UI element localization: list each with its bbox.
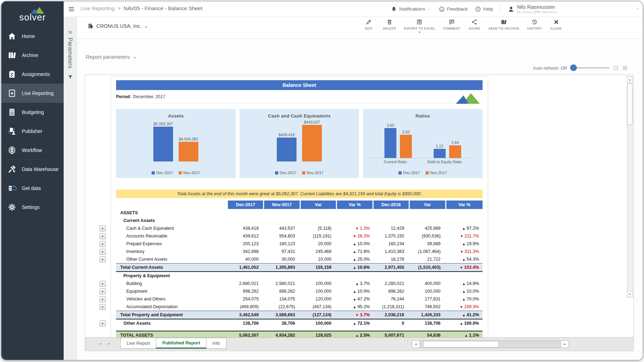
table-row: Current Assets <box>116 217 483 224</box>
history-button[interactable]: HISTORY <box>527 19 542 33</box>
vertical-scrollbar[interactable]: ▲ ▼ <box>627 76 633 298</box>
expand-row-button[interactable]: + <box>100 288 106 294</box>
column-header[interactable]: Var % <box>337 201 373 209</box>
sidebar-item-data-warehouse[interactable]: Data Warehouse <box>1 160 64 179</box>
variance-percent-cell: ▲10.0% <box>337 289 373 294</box>
sidebar-item-home[interactable]: Home <box>1 27 64 46</box>
hamburger-menu-icon[interactable] <box>68 6 75 13</box>
scroll-left-button[interactable]: ◄ <box>412 341 420 348</box>
bar-wrapper: 1.54 <box>449 119 461 158</box>
balance-sheet-table: Dec-2017Nov-2017VarVar %Dec-2016VarVar %… <box>116 201 483 340</box>
sidebar-item-assignments[interactable]: Assignments <box>1 65 64 84</box>
sidebar-item-budgeting[interactable]: Budgeting <box>1 103 64 122</box>
variance-percent-value: 14.9% <box>467 281 479 286</box>
column-header[interactable]: Var <box>301 201 337 209</box>
expand-row-button[interactable]: + <box>100 281 106 287</box>
help-button[interactable]: ? Help <box>475 6 493 12</box>
triangle-up-icon: ▲ <box>353 305 356 309</box>
get-data-icon <box>7 184 17 193</box>
horizontal-scroll-track[interactable] <box>420 341 561 348</box>
filter-funnel-icon[interactable] <box>68 74 73 80</box>
variance-percent-value: 103.4% <box>464 265 479 270</box>
horizontal-scrollbar[interactable]: ◄ ► <box>412 341 569 348</box>
tab-published-report[interactable]: Published Report <box>156 338 206 349</box>
expand-row-button[interactable]: + <box>100 304 106 310</box>
toolbar-button-label: COMMENT <box>443 27 460 30</box>
column-header[interactable]: Var % <box>446 201 483 209</box>
value-cell: 5,007,671 <box>374 333 410 338</box>
grid-view-icon[interactable] <box>622 65 628 71</box>
user-menu[interactable]: Nils Rasmussen 21_Hybrid_ERP_Reporting <box>508 4 557 14</box>
row-label: TOTAL ASSETS <box>116 333 228 338</box>
tab-info[interactable]: Info <box>206 338 227 349</box>
collapse-topbar-chevron-icon[interactable] <box>635 6 640 11</box>
tab-scroll-left-icon[interactable]: ◄ <box>98 342 102 345</box>
auto-refresh-slider[interactable] <box>570 67 610 69</box>
export-to-excel-button[interactable]: EXPORT TO EXCEL▼ <box>404 19 435 33</box>
close-icon <box>553 19 560 25</box>
vertical-scroll-track[interactable] <box>627 83 632 291</box>
expand-row-button[interactable]: + <box>100 256 106 262</box>
feedback-button[interactable]: Feedback <box>439 6 468 12</box>
variance-percent-cell: ▼311.3% <box>446 249 483 254</box>
row-label: Building <box>116 281 228 286</box>
breadcrumb-section[interactable]: Live Reporting <box>81 5 115 11</box>
tab-scroll-right-icon[interactable]: ► <box>108 342 111 345</box>
sidebar-item-publisher[interactable]: Publisher <box>1 122 64 141</box>
vertical-scroll-thumb[interactable] <box>627 84 632 125</box>
splitter-handle[interactable]: ⋮ <box>406 341 409 342</box>
notifications-button[interactable]: Notifications <box>391 6 432 12</box>
value-cell: 10,000 <box>301 257 337 262</box>
variance-percent-cell: ▲10.0% <box>337 241 373 246</box>
sidebar-item-get-data[interactable]: Get data <box>1 179 64 198</box>
triangle-up-icon: ▲ <box>353 297 356 301</box>
sidebar-item-settings[interactable]: Settings <box>1 198 64 217</box>
close-button[interactable]: CLOSE <box>550 19 562 33</box>
expand-row-button[interactable]: + <box>100 241 106 247</box>
open-in-new-icon[interactable] <box>613 65 619 71</box>
edit-button[interactable]: EDIT <box>363 19 375 33</box>
topbar-actions: Notifications Feedback ? Help Nils Rasmu… <box>391 1 557 17</box>
tab-live-report[interactable]: Live Report <box>120 338 156 349</box>
column-header[interactable]: Dec-2017 <box>228 201 264 209</box>
scroll-up-button[interactable]: ▲ <box>627 76 632 83</box>
legend-entry: Dec-2017 <box>152 171 173 175</box>
comment-button[interactable]: COMMENT <box>443 19 460 33</box>
value-cell: 177,831 <box>410 297 446 301</box>
bar-dec-2017 <box>434 149 446 158</box>
delete-button[interactable]: DELETE <box>383 19 396 33</box>
horizontal-scroll-thumb[interactable] <box>423 341 499 348</box>
column-header[interactable]: Var <box>410 201 446 209</box>
scroll-down-button[interactable]: ▼ <box>627 291 632 297</box>
table-row: Property & Equipment <box>116 272 483 280</box>
sidebar-item-archive[interactable]: Archive <box>1 46 64 65</box>
expand-row-button[interactable]: + <box>100 296 106 302</box>
sidebar-item-label: Budgeting <box>22 109 44 115</box>
note-text: Total Assets at the end of this month we… <box>177 191 422 196</box>
slider-knob[interactable] <box>570 64 577 71</box>
trash-icon <box>386 19 393 25</box>
parameters-label[interactable]: Parameters <box>67 38 73 69</box>
value-cell: 100,000 <box>301 281 337 286</box>
expand-row-button[interactable]: + <box>100 320 106 326</box>
report-parameters-toggle[interactable]: Report parameters <box>86 54 137 60</box>
expand-parameters-icon[interactable] <box>67 29 74 36</box>
column-header[interactable]: Dec-2016 <box>374 201 410 209</box>
bottom-tab-strip: ◄ ► Live ReportPublished ReportInfo ⋮ ◄ … <box>85 337 633 351</box>
legend-swatch <box>398 171 402 174</box>
sidebar-item-workflow[interactable]: Workflow <box>1 141 64 160</box>
column-header[interactable]: Nov-2017 <box>264 201 300 209</box>
triangle-up-icon: ▲ <box>462 297 466 301</box>
expand-row-button[interactable]: + <box>100 226 106 231</box>
share-button[interactable]: SHARE <box>468 19 481 33</box>
publisher-icon <box>7 127 17 136</box>
legend-label: Dec-2017 <box>403 171 420 175</box>
send-to-archive-button[interactable]: SEND TO ARCHIVE <box>489 19 519 33</box>
value-cell: 38,706 <box>264 321 300 326</box>
sidebar-item-label: Publisher <box>22 128 42 134</box>
expand-row-button[interactable]: + <box>100 249 106 255</box>
expand-row-button[interactable]: + <box>100 233 106 239</box>
scroll-right-button[interactable]: ► <box>561 341 568 348</box>
company-selector[interactable]: CRONUS USA, Inc. <box>87 23 148 29</box>
sidebar-item-live-reporting[interactable]: Live Reporting <box>1 84 64 103</box>
